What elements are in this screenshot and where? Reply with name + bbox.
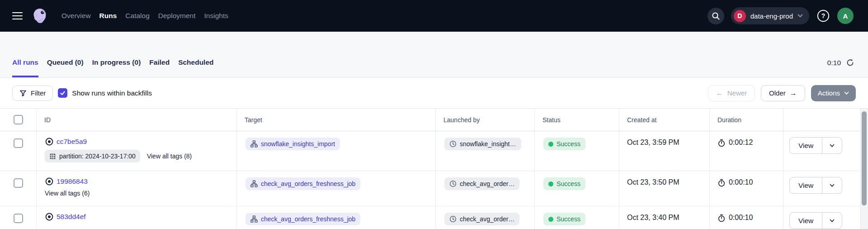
view-button[interactable]: View xyxy=(790,177,822,193)
runs-toolbar: Filter Show runs within backfills ← Newe… xyxy=(0,78,868,109)
status-dot-icon xyxy=(548,142,553,147)
workspace-name: data-eng-prod xyxy=(750,12,793,20)
hamburger-menu-icon[interactable] xyxy=(12,12,23,20)
tab-all-runs[interactable]: All runs xyxy=(12,58,38,77)
row-checkbox[interactable] xyxy=(14,178,23,188)
nav-deployment[interactable]: Deployment xyxy=(158,12,196,20)
view-dropdown-button[interactable] xyxy=(822,213,842,229)
run-status-icon xyxy=(45,212,54,221)
job-sitemap-icon xyxy=(250,180,258,187)
chevron-down-icon xyxy=(830,184,835,187)
stopwatch-icon xyxy=(717,214,726,222)
status-badge: Success xyxy=(543,177,585,190)
dagster-logo[interactable] xyxy=(30,6,49,25)
actions-button[interactable]: Actions xyxy=(811,85,856,101)
search-icon xyxy=(712,12,720,20)
created-at-cell: Oct 23, 3:50 PM xyxy=(619,171,709,206)
chevron-down-icon xyxy=(797,14,803,18)
nav-catalog[interactable]: Catalog xyxy=(125,12,149,20)
help-icon: ? xyxy=(816,9,830,23)
run-id-link[interactable]: cc7be5a9 xyxy=(57,138,87,146)
runs-tabs: All runs Queued (0) In progress (0) Fail… xyxy=(12,58,214,77)
launched-by-pill[interactable]: check_avg_order… xyxy=(444,213,519,225)
job-sitemap-icon xyxy=(250,215,258,223)
run-status-icon xyxy=(45,137,54,146)
target-job-pill[interactable]: snowflake_insights_import xyxy=(245,138,340,150)
status-dot-icon xyxy=(548,217,553,222)
status-badge: Success xyxy=(543,138,585,150)
duration-cell: 0:00:10 xyxy=(709,171,783,206)
clock-icon xyxy=(449,140,457,148)
chevron-down-icon xyxy=(844,91,849,95)
partition-tag[interactable]: partition: 2024-10-23-17:00 xyxy=(45,150,140,162)
refresh-countdown: 0:10 xyxy=(827,59,841,67)
view-dropdown-button[interactable] xyxy=(822,177,842,193)
target-job-pill[interactable]: check_avg_orders_freshness_job xyxy=(245,177,360,190)
runs-tabs-bar: All runs Queued (0) In progress (0) Fail… xyxy=(0,32,868,78)
arrow-left-icon: ← xyxy=(716,90,723,97)
duration-cell: 0:00:12 xyxy=(709,131,783,171)
duration-cell: 0:00:10 xyxy=(709,206,783,229)
status-badge: Success xyxy=(543,213,585,225)
header-actions: D data-eng-prod ? A xyxy=(708,7,854,24)
stopwatch-icon xyxy=(717,179,726,187)
nav-overview[interactable]: Overview xyxy=(61,12,91,20)
select-all-checkbox[interactable] xyxy=(14,115,23,124)
backfills-checkbox[interactable] xyxy=(58,88,67,98)
scrollbar-thumb[interactable] xyxy=(862,111,867,205)
newer-button[interactable]: ← Newer xyxy=(708,85,755,101)
clock-icon xyxy=(449,215,457,223)
created-at-cell: Oct 23, 3:40 PM xyxy=(619,206,709,229)
table-row: cc7be5a9 partition: 2024-10-23-17:00 Vie… xyxy=(0,131,860,171)
nav-insights[interactable]: Insights xyxy=(204,12,228,20)
created-at-cell: Oct 23, 3:59 PM xyxy=(619,131,709,171)
view-split-button: View xyxy=(789,212,842,229)
tab-scheduled[interactable]: Scheduled xyxy=(178,58,213,77)
run-id-link[interactable]: 583dd4ef xyxy=(57,213,86,221)
runs-table: ID Target Launched by Status Created at … xyxy=(0,109,868,229)
show-backfills-toggle[interactable]: Show runs within backfills xyxy=(58,88,152,98)
main-nav: Overview Runs Catalog Deployment Insight… xyxy=(61,12,228,20)
view-dropdown-button[interactable] xyxy=(822,138,842,153)
partition-grid-icon xyxy=(49,153,56,160)
run-id-link[interactable]: 19986843 xyxy=(57,177,88,186)
column-header-duration: Duration xyxy=(709,109,783,131)
backfills-label: Show runs within backfills xyxy=(72,89,152,97)
view-split-button: View xyxy=(789,137,842,154)
vertical-scrollbar[interactable] xyxy=(860,109,868,229)
column-header-target: Target xyxy=(236,109,435,131)
filter-icon xyxy=(19,90,27,97)
nav-runs[interactable]: Runs xyxy=(99,12,117,20)
filter-button[interactable]: Filter xyxy=(12,86,53,101)
refresh-icon[interactable] xyxy=(846,58,854,67)
launched-by-pill[interactable]: check_avg_order… xyxy=(444,177,519,190)
svg-text:?: ? xyxy=(821,12,826,19)
view-button[interactable]: View xyxy=(790,138,822,153)
run-status-icon xyxy=(45,177,54,186)
auto-refresh: 0:10 xyxy=(827,58,854,77)
tab-queued[interactable]: Queued (0) xyxy=(47,58,84,77)
chevron-down-icon xyxy=(830,219,835,223)
view-all-tags-link[interactable]: View all tags (6) xyxy=(45,190,90,197)
workspace-badge: D xyxy=(734,10,746,22)
job-sitemap-icon xyxy=(250,140,258,148)
row-checkbox[interactable] xyxy=(14,138,23,148)
help-button[interactable]: ? xyxy=(816,9,830,23)
status-dot-icon xyxy=(548,181,553,186)
clock-icon xyxy=(449,180,457,187)
tab-in-progress[interactable]: In progress (0) xyxy=(92,58,141,77)
table-row: 19986843 View all tags (6) check_avg_ord… xyxy=(0,171,860,206)
chevron-down-icon xyxy=(830,144,835,148)
target-job-pill[interactable]: check_avg_orders_freshness_job xyxy=(245,213,360,225)
view-button[interactable]: View xyxy=(790,213,822,229)
column-header-id: ID xyxy=(36,109,236,131)
table-row: 583dd4ef check_avg_orders_freshness_job xyxy=(0,206,860,229)
row-checkbox[interactable] xyxy=(14,214,23,223)
older-button[interactable]: Older → xyxy=(761,85,805,101)
tab-failed[interactable]: Failed xyxy=(149,58,170,77)
user-avatar[interactable]: A xyxy=(837,8,854,24)
search-button[interactable] xyxy=(708,8,724,24)
launched-by-pill[interactable]: snowflake_insight… xyxy=(444,138,521,150)
workspace-switcher[interactable]: D data-eng-prod xyxy=(731,7,809,24)
view-all-tags-link[interactable]: View all tags (8) xyxy=(147,153,192,160)
